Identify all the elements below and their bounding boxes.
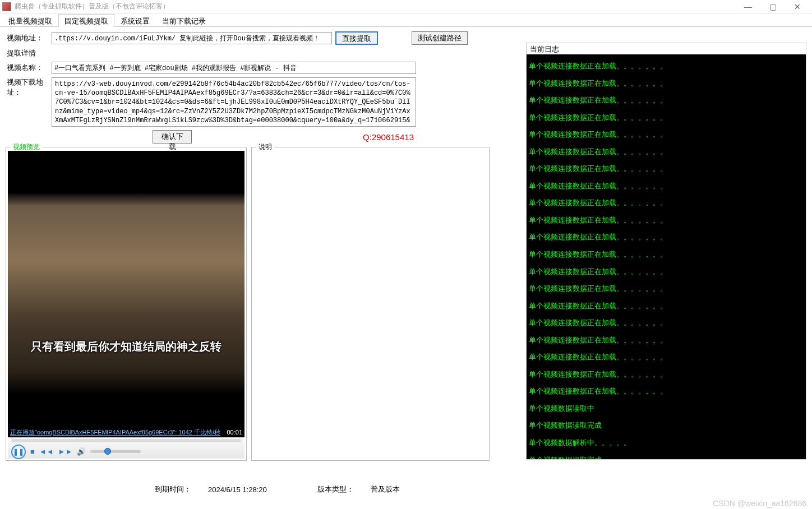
stop-button[interactable]: ■ — [30, 447, 35, 456]
log-line: 单个视频数据提取完成 — [529, 452, 804, 459]
log-line: 单个视频连接数据正在加载。。。。。。。 — [529, 314, 804, 332]
log-panel: 当前日志 单个视频连接数据正在加载。。。。。。。单个视频连接数据正在加载。。。。… — [526, 43, 806, 460]
description-panel: 说明 — [251, 147, 490, 461]
log-line: 单个视频数据读取完成 — [529, 417, 804, 434]
prev-button[interactable]: ◄◄ — [39, 447, 54, 456]
download-url-textarea[interactable] — [52, 77, 416, 127]
expire-value: 2024/6/15 1:28:20 — [208, 485, 267, 494]
log-line: 单个视频连接数据正在加载。。。。。。。 — [529, 366, 804, 383]
log-line: 单个视频连接数据正在加载。。。。。。。 — [529, 58, 804, 75]
play-pause-button[interactable]: ❚❚ — [11, 445, 26, 459]
app-icon — [2, 2, 11, 11]
log-line: 单个视频连接数据正在加载。。。。。。。 — [529, 144, 804, 161]
log-line: 单个视频连接数据正在加载。。。。。。。 — [529, 92, 804, 109]
test-path-button[interactable]: 测试创建路径 — [412, 31, 468, 45]
title-bar: 爬虫兽（专业抓取软件）普及版（不包含评论拓客） — ▢ ✕ — [0, 0, 812, 13]
description-title: 说明 — [256, 142, 274, 152]
video-status-bar: 正在播放"oomqBSCDlBAxHF5FEMlP4AIPAAexf85g69E… — [8, 427, 244, 437]
tab-bar: 批量视频提取 固定视频提取 系统设置 当前下载记录 — [0, 13, 812, 27]
volume-icon[interactable]: 🔊 — [77, 447, 86, 456]
log-line: 单个视频连接数据正在加载。。。。。。。 — [529, 212, 804, 229]
tab-download-records[interactable]: 当前下载记录 — [156, 14, 212, 27]
log-line: 单个视频数据解析中。。。。。 — [529, 434, 804, 452]
video-time: 00:01 — [227, 429, 242, 436]
video-preview-panel: 视频预览 只有看到最后你才知道结局的神之反转 正在播放"oomqBSCDlBAx… — [6, 147, 247, 461]
close-button[interactable]: ✕ — [785, 1, 810, 13]
version-value: 普及版本 — [371, 484, 400, 494]
progress-bar[interactable] — [11, 439, 241, 442]
extract-details-label: 提取详情 — [7, 48, 36, 58]
log-line: 单个视频连接数据正在加载。。。。。。。 — [529, 383, 804, 400]
minimize-button[interactable]: — — [736, 1, 760, 13]
maximize-button[interactable]: ▢ — [760, 1, 785, 13]
log-line: 单个视频连接数据正在加载。。。。。。。 — [529, 109, 804, 127]
log-line: 单个视频数据读取中 — [529, 400, 804, 418]
log-line: 单个视频连接数据正在加载。。。。。。。 — [529, 246, 804, 263]
watermark: CSDN @weixin_aa162686 — [713, 499, 806, 508]
log-line: 单个视频连接数据正在加载。。。。。。。 — [529, 298, 804, 315]
log-line: 单个视频连接数据正在加载。。。。。。。 — [529, 75, 804, 92]
tab-fixed-extract[interactable]: 固定视频提取 — [58, 14, 114, 27]
log-line: 单个视频连接数据正在加载。。。。。。。 — [529, 195, 804, 212]
version-label: 版本类型： — [317, 484, 354, 494]
video-status-text: 正在播放"oomqBSCDlBAxHF5FEMlP4AIPAAexf85g69E… — [10, 428, 220, 437]
video-name-label: 视频名称： — [7, 63, 52, 73]
direct-extract-button[interactable]: 直接提取 — [335, 31, 378, 45]
player-controls: ❚❚ ■ ◄◄ ►► 🔊 — [8, 437, 244, 459]
log-title: 当前日志 — [527, 43, 806, 54]
log-line: 单个视频连接数据正在加载。。。。。。。 — [529, 263, 804, 281]
confirm-download-button[interactable]: 确认下载 — [153, 130, 192, 144]
window-title: 爬虫兽（专业抓取软件）普及版（不包含评论拓客） — [15, 2, 169, 11]
tab-system-settings[interactable]: 系统设置 — [114, 14, 156, 27]
log-line: 单个视频连接数据正在加载。。。。。。。 — [529, 126, 804, 144]
video-url-input[interactable] — [52, 32, 332, 44]
log-line: 单个视频连接数据正在加载。。。。。。。 — [529, 332, 804, 349]
log-line: 单个视频连接数据正在加载。。。。。。。 — [529, 349, 804, 366]
log-body[interactable]: 单个视频连接数据正在加载。。。。。。。单个视频连接数据正在加载。。。。。。。单个… — [527, 54, 806, 459]
video-caption: 只有看到最后你才知道结局的神之反转 — [8, 339, 244, 354]
expire-label: 到期时间： — [155, 484, 191, 494]
download-url-label: 视频下载地址： — [7, 77, 52, 98]
log-line: 单个视频连接数据正在加载。。。。。。。 — [529, 229, 804, 246]
video-url-label: 视频地址： — [7, 33, 52, 43]
log-line: 单个视频连接数据正在加载。。。。。。。 — [529, 160, 804, 178]
q-contact: Q:290615413 — [363, 132, 414, 142]
log-line: 单个视频连接数据正在加载。。。。。。。 — [529, 178, 804, 195]
volume-slider[interactable] — [90, 450, 141, 453]
tab-batch-extract[interactable]: 批量视频提取 — [2, 14, 58, 27]
video-player-area[interactable]: 只有看到最后你才知道结局的神之反转 — [8, 151, 244, 427]
next-button[interactable]: ►► — [58, 447, 73, 456]
video-name-input[interactable] — [52, 62, 416, 74]
status-bar: 到期时间： 2024/6/15 1:28:20 版本类型： 普及版本 — [0, 482, 812, 497]
log-line: 单个视频连接数据正在加载。。。。。。。 — [529, 280, 804, 298]
